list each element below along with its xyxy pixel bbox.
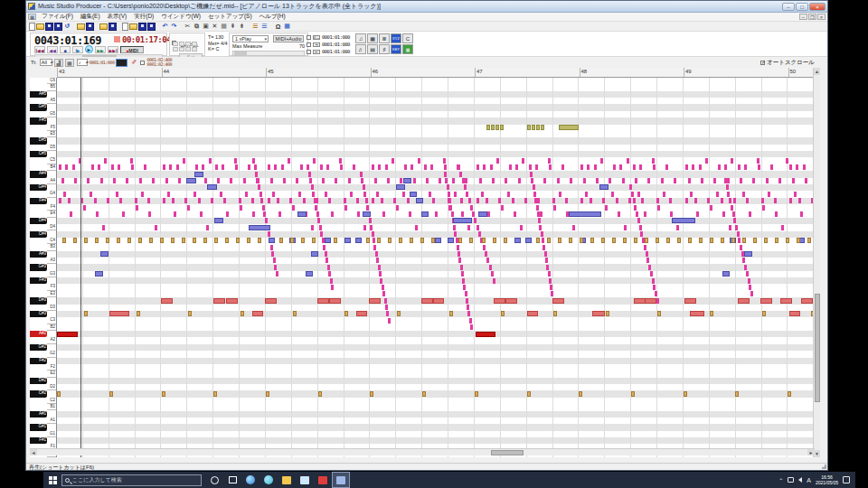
midi-note[interactable]: [458, 164, 460, 170]
midi-note[interactable]: [690, 192, 693, 197]
midi-note[interactable]: [590, 198, 592, 203]
midi-note[interactable]: [463, 285, 466, 290]
midi-note[interactable]: [644, 245, 646, 250]
midi-note[interactable]: [252, 158, 255, 164]
midi-note[interactable]: [188, 311, 192, 316]
view-button-▦[interactable]: ▦: [367, 33, 378, 43]
midi-note[interactable]: [585, 192, 588, 197]
midi-note[interactable]: [155, 225, 157, 230]
piano-key-E4[interactable]: E4: [30, 211, 56, 217]
piano-keyboard[interactable]: C6B5A#5A5G#5G5F#5F5E5D#5D5C#5C5B4A#4A4G#…: [30, 78, 57, 457]
midi-note[interactable]: [537, 198, 540, 203]
midi-note[interactable]: [486, 198, 488, 203]
midi-note[interactable]: [109, 391, 113, 397]
piano-key-D5[interactable]: D5: [30, 145, 56, 151]
midi-note[interactable]: [601, 238, 605, 243]
midi-note[interactable]: [580, 164, 583, 170]
horizontal-scroll-thumb[interactable]: [491, 450, 524, 455]
transport-button[interactable]: I◀◀: [34, 46, 45, 53]
midi-note[interactable]: [467, 225, 470, 230]
midi-note[interactable]: [735, 391, 739, 397]
piano-key-A5[interactable]: A5: [30, 98, 56, 104]
midi-note[interactable]: [363, 225, 366, 230]
midi-note[interactable]: [613, 164, 616, 170]
piano-key-G#1[interactable]: G#1: [30, 424, 56, 430]
midi-note[interactable]: [234, 158, 237, 164]
midi-note[interactable]: [278, 211, 281, 217]
midi-note[interactable]: [384, 298, 387, 304]
midi-note[interactable]: [509, 164, 512, 170]
midi-note[interactable]: [122, 211, 125, 217]
midi-note[interactable]: [296, 178, 298, 183]
midi-note[interactable]: [91, 164, 94, 170]
display-mode-button[interactable]: [116, 59, 127, 67]
toolbar-icon-save[interactable]: [54, 23, 62, 31]
toolbar-icon-open[interactable]: [99, 23, 108, 30]
autoscroll-checkbox[interactable]: ✓: [760, 61, 765, 65]
midi-note[interactable]: [561, 164, 564, 170]
toolbar-icon-⧉[interactable]: ⧉: [193, 23, 201, 31]
view-button-≣[interactable]: ≣: [379, 33, 390, 43]
piano-key-D#4[interactable]: D#4: [30, 218, 56, 224]
midi-note[interactable]: [587, 164, 590, 170]
title-bar[interactable]: Music Studio Producer - C:\Users\ponio20…: [26, 1, 827, 13]
midi-note[interactable]: [426, 178, 429, 183]
midi-note[interactable]: [379, 271, 382, 277]
ime-indicator[interactable]: A: [807, 477, 811, 483]
midi-note[interactable]: [520, 225, 523, 230]
midi-note[interactable]: [104, 158, 107, 164]
midi-note[interactable]: [111, 164, 114, 170]
midi-note[interactable]: [204, 178, 207, 183]
midi-note[interactable]: [269, 238, 275, 243]
midi-note[interactable]: [325, 192, 327, 197]
midi-note[interactable]: [377, 238, 381, 243]
midi-note[interactable]: [631, 391, 635, 397]
midi-note[interactable]: [222, 164, 224, 170]
midi-note[interactable]: [775, 211, 778, 217]
midi-note[interactable]: [489, 265, 492, 270]
midi-note[interactable]: [534, 198, 537, 203]
piano-key-C5[interactable]: C5: [30, 157, 56, 164]
piano-key-C#5[interactable]: C#5: [30, 151, 56, 157]
midi-note[interactable]: [590, 238, 594, 243]
toolbar-icon-☰[interactable]: ☰: [251, 23, 259, 31]
midi-note[interactable]: [126, 178, 128, 183]
piano-key-A2[interactable]: A2: [30, 337, 56, 343]
midi-note[interactable]: [421, 211, 429, 217]
midi-note[interactable]: [732, 211, 735, 217]
midi-note[interactable]: [622, 178, 625, 183]
taskbar-icon-mail[interactable]: [296, 472, 314, 488]
toolbar-icon-▦[interactable]: ▦: [283, 23, 291, 31]
midi-note[interactable]: [403, 178, 411, 183]
midi-note[interactable]: [548, 271, 551, 277]
midi-note[interactable]: [762, 311, 766, 316]
midi-note[interactable]: [656, 238, 659, 243]
midi-note[interactable]: [289, 198, 292, 203]
midi-note[interactable]: [677, 238, 681, 243]
midi-note[interactable]: [631, 192, 634, 197]
midi-note[interactable]: [462, 178, 465, 183]
midi-note[interactable]: [710, 238, 713, 243]
midi-note[interactable]: [448, 198, 451, 203]
menu-item-0[interactable]: ファイル(F): [38, 13, 77, 19]
midi-note[interactable]: [135, 198, 137, 203]
midi-note[interactable]: [559, 192, 561, 197]
midi-note[interactable]: [148, 211, 151, 217]
midi-note[interactable]: [774, 198, 777, 203]
toolbar-icon-✕[interactable]: ✕: [211, 23, 219, 31]
midi-note[interactable]: [410, 192, 417, 197]
midi-note[interactable]: [565, 198, 568, 203]
midi-note[interactable]: [633, 164, 636, 170]
midi-note[interactable]: [160, 238, 164, 243]
midi-note[interactable]: [214, 218, 223, 223]
midi-note[interactable]: [449, 205, 452, 211]
midi-note[interactable]: [652, 278, 655, 284]
midi-note[interactable]: [656, 298, 659, 304]
midi-note[interactable]: [721, 238, 724, 243]
midi-note[interactable]: [163, 198, 165, 203]
midi-note[interactable]: [320, 231, 323, 237]
midi-note[interactable]: [742, 192, 745, 197]
midi-note[interactable]: [797, 238, 800, 243]
taskbar-icon-edge[interactable]: [259, 472, 278, 488]
midi-note[interactable]: [685, 198, 688, 203]
